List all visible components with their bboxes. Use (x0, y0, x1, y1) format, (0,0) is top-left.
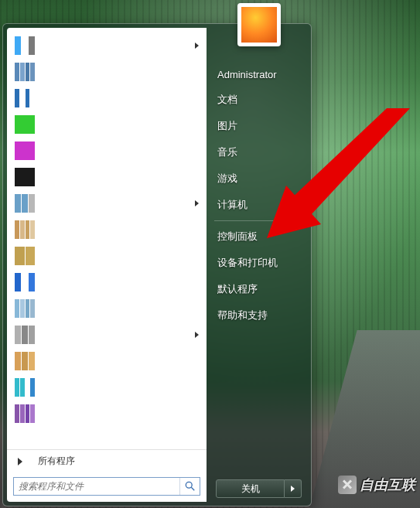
program-item[interactable] (10, 216, 205, 243)
program-icon (15, 378, 35, 397)
program-icon (15, 115, 35, 134)
user-account-link[interactable]: Administrator (207, 63, 311, 87)
program-item[interactable] (10, 59, 205, 85)
menu-divider (214, 220, 303, 221)
program-icon (15, 247, 35, 265)
submenu-arrow-icon (195, 332, 199, 338)
program-icon (15, 89, 35, 107)
program-item[interactable] (10, 190, 205, 216)
shutdown-row: 关机 (216, 479, 302, 498)
program-icon (15, 168, 35, 186)
pinned-programs-list (7, 28, 207, 449)
program-icon (15, 220, 35, 239)
default-programs-link[interactable]: 默认程序 (207, 276, 311, 302)
program-icon (15, 63, 35, 81)
program-item[interactable] (10, 243, 205, 269)
control-panel-link[interactable]: 控制面板 (207, 223, 311, 250)
program-icon (15, 404, 35, 423)
program-item[interactable] (10, 374, 205, 401)
shutdown-options-button[interactable] (285, 479, 302, 498)
watermark: 自由互联 (338, 476, 415, 494)
program-icon (15, 352, 35, 370)
games-link[interactable]: 游戏 (207, 165, 311, 192)
search-box (13, 477, 200, 496)
program-item[interactable] (10, 322, 205, 348)
program-item[interactable] (10, 295, 205, 322)
start-menu: 所有程序 Administrator 文档 图片 音乐 游戏 计算机 控制面板 … (2, 23, 312, 506)
arrow-right-icon (18, 458, 22, 465)
svg-line-1 (191, 487, 194, 490)
watermark-logo-icon (338, 476, 357, 494)
pictures-link[interactable]: 图片 (207, 113, 311, 139)
submenu-arrow-icon (195, 43, 199, 49)
program-item[interactable] (10, 269, 205, 295)
help-support-link[interactable]: 帮助和支持 (207, 302, 311, 329)
start-menu-left-panel: 所有程序 (7, 28, 207, 502)
documents-link[interactable]: 文档 (207, 87, 311, 113)
program-icon (15, 141, 35, 160)
computer-link[interactable]: 计算机 (207, 192, 311, 218)
shutdown-button[interactable]: 关机 (216, 479, 285, 498)
svg-point-0 (186, 482, 192, 488)
start-menu-right-panel: Administrator 文档 图片 音乐 游戏 计算机 控制面板 设备和打印… (207, 24, 311, 506)
program-item[interactable] (10, 164, 205, 190)
user-picture-frame[interactable] (237, 3, 281, 46)
program-item[interactable] (10, 85, 205, 111)
devices-printers-link[interactable]: 设备和打印机 (207, 250, 311, 276)
program-item[interactable] (10, 111, 205, 138)
program-item[interactable] (10, 138, 205, 164)
watermark-text: 自由互联 (360, 476, 415, 494)
search-icon (185, 481, 196, 492)
program-icon (15, 273, 35, 292)
program-icon (15, 194, 35, 213)
program-icon (15, 326, 35, 344)
program-icon (15, 36, 35, 55)
submenu-arrow-icon (195, 200, 199, 206)
user-picture-icon (241, 7, 277, 43)
all-programs-label: 所有程序 (38, 455, 75, 468)
program-item[interactable] (10, 348, 205, 374)
program-item[interactable] (10, 32, 205, 59)
program-icon (15, 299, 35, 318)
search-input[interactable] (14, 481, 179, 492)
search-container (7, 472, 207, 502)
program-item[interactable] (10, 401, 205, 427)
search-button[interactable] (179, 478, 200, 495)
music-link[interactable]: 音乐 (207, 139, 311, 165)
all-programs-button[interactable]: 所有程序 (7, 449, 207, 472)
